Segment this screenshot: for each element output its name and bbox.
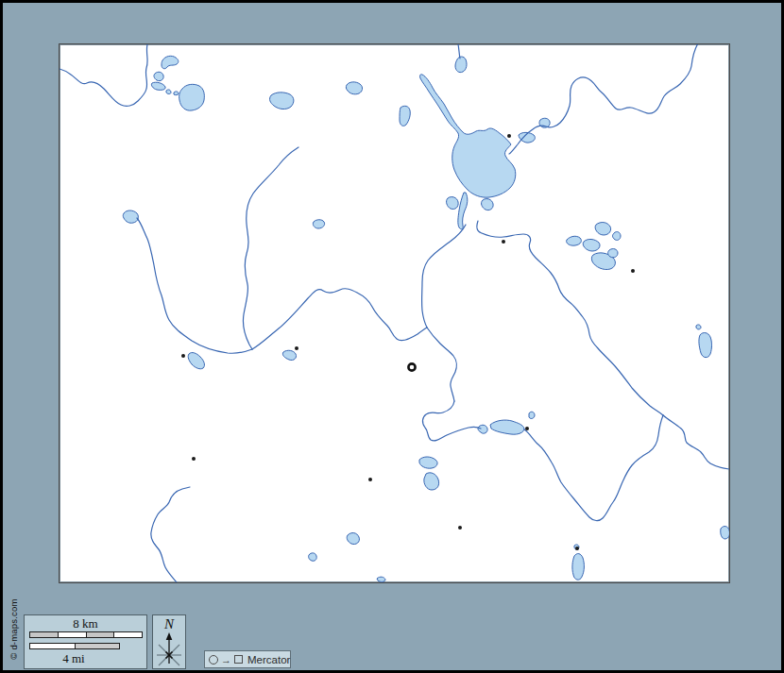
lake: [282, 350, 296, 360]
arrow-icon: →: [221, 655, 231, 665]
scale-segment: [59, 632, 87, 637]
river: [243, 147, 298, 349]
town-dot: [575, 547, 579, 550]
river: [422, 401, 481, 441]
scale-segment: [114, 632, 142, 637]
square-icon: [234, 655, 243, 664]
lake: [699, 333, 712, 358]
lake: [455, 57, 467, 73]
north-box: N: [152, 614, 186, 669]
projection-legend: → Mercator: [204, 650, 291, 668]
lake: [567, 236, 582, 245]
lake: [309, 553, 317, 561]
lake: [478, 425, 487, 433]
lake: [346, 82, 362, 94]
scale-segment: [30, 632, 59, 637]
river: [477, 221, 663, 415]
lake: [420, 75, 516, 197]
lake: [270, 93, 294, 109]
lake: [162, 56, 179, 68]
lake: [447, 197, 459, 210]
river: [60, 44, 147, 106]
lake: [572, 554, 584, 580]
river: [151, 487, 190, 582]
lake: [490, 420, 524, 434]
lake: [179, 84, 205, 110]
lake: [123, 210, 138, 223]
map-page: © d-maps.com 8 km 4 mi N → Mercator: [0, 0, 784, 673]
lake: [174, 92, 179, 95]
river: [422, 225, 466, 328]
town-dot: [181, 354, 185, 358]
lake: [154, 72, 163, 80]
lake: [721, 527, 729, 539]
circle-icon: [209, 655, 218, 665]
river: [427, 328, 456, 401]
town-dot: [525, 427, 529, 430]
river: [137, 218, 252, 353]
lake: [400, 106, 410, 126]
lake: [166, 90, 171, 94]
lake: [313, 220, 324, 228]
river: [458, 44, 460, 59]
town-dot: [295, 346, 298, 350]
lake: [347, 533, 359, 545]
lake: [419, 457, 437, 468]
lake: [696, 325, 701, 329]
capital-marker: [408, 363, 415, 370]
town-dot: [502, 240, 505, 244]
lake: [608, 249, 618, 258]
lake: [377, 577, 385, 581]
copyright-text: © d-maps.com: [9, 594, 19, 665]
lake: [583, 239, 600, 251]
town-dot: [458, 526, 462, 530]
river: [663, 415, 729, 469]
map-svg: [60, 44, 729, 582]
town-dot: [192, 457, 196, 461]
projection-label: Mercator: [246, 654, 290, 665]
river: [524, 415, 663, 521]
town-dot: [631, 269, 635, 273]
north-arrow-icon: [154, 631, 184, 667]
lake: [458, 193, 468, 229]
scale-bar-box: 8 km 4 mi: [24, 614, 147, 669]
lake: [613, 232, 622, 241]
lake: [424, 473, 439, 490]
town-dot: [507, 134, 511, 138]
river: [252, 289, 427, 349]
town-dot: [368, 478, 372, 481]
scale-segment: [87, 632, 115, 637]
scale-mi-label: 4 mi: [25, 651, 123, 665]
scale-segment: [76, 644, 120, 648]
lake: [188, 353, 204, 369]
scale-km-bar: [29, 631, 143, 638]
lake: [151, 82, 165, 90]
river: [509, 44, 698, 154]
lake: [529, 412, 535, 418]
scale-segment: [30, 644, 76, 648]
lake: [595, 223, 611, 235]
map-canvas: [59, 43, 730, 583]
lake: [482, 199, 494, 210]
north-label: N: [153, 616, 185, 631]
scale-km-label: 8 km: [25, 616, 146, 631]
scale-mi-bar: [29, 643, 120, 649]
